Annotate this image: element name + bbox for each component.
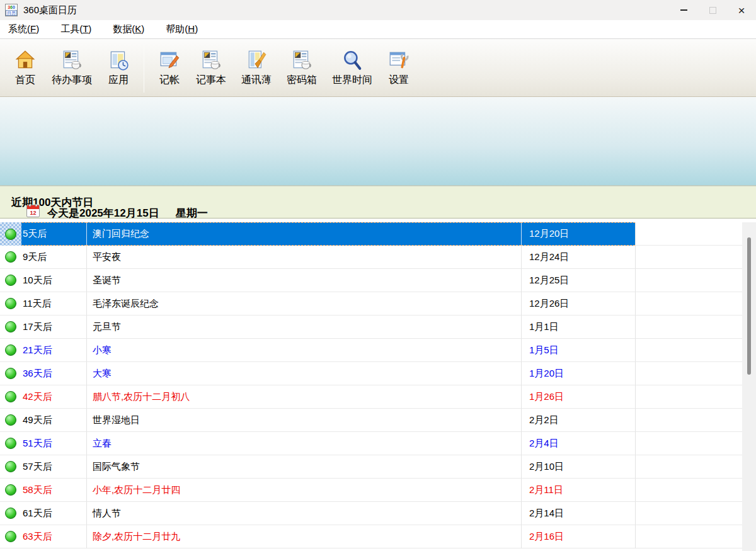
holiday-days-text: 11天后 — [23, 298, 52, 310]
holiday-extra-cell — [635, 362, 742, 385]
holiday-days-text: 49天后 — [23, 414, 52, 426]
holiday-row[interactable]: 63天后 除夕,农历十二月廿九 2月16日 — [0, 525, 742, 548]
holiday-row[interactable]: 58天后 小年,农历十二月廿四 2月11日 — [0, 479, 742, 502]
holiday-name-text: 腊八节,农历十二月初八 — [86, 385, 521, 409]
toolbar-label: 密码箱 — [287, 74, 317, 87]
holiday-name-text: 平安夜 — [86, 246, 521, 269]
holiday-name-text: 小寒 — [86, 339, 521, 362]
holiday-date-text: 1月20日 — [521, 362, 635, 385]
holiday-days-cell: 9天后 — [0, 246, 86, 269]
green-dot-icon — [5, 275, 16, 286]
holiday-row[interactable]: 49天后 世界湿地日 2月2日 — [0, 409, 742, 432]
holiday-days-text: 63天后 — [23, 531, 52, 543]
green-dot-icon — [5, 321, 16, 332]
toolbar-settings-button[interactable]: 设置 — [380, 42, 418, 94]
holiday-days-text: 42天后 — [23, 391, 52, 403]
green-dot-icon — [5, 368, 16, 379]
holiday-extra-cell — [635, 292, 742, 315]
toolbar-apps-button[interactable]: 应用 — [100, 42, 137, 94]
holiday-days-cell: 10天后 — [0, 269, 86, 292]
dot-cell — [0, 362, 21, 385]
toolbar-contacts-button[interactable]: 通讯薄 — [234, 42, 279, 94]
holiday-row[interactable]: 10天后 圣诞节 12月25日 — [0, 269, 742, 292]
toolbar-todo-button[interactable]: 待办事项 — [44, 42, 100, 94]
holiday-name-text: 圣诞节 — [86, 269, 521, 292]
holiday-name-text: 毛泽东诞辰纪念 — [86, 292, 521, 315]
calendar-icon: 12 — [26, 205, 40, 217]
holiday-days-text: 9天后 — [23, 251, 47, 263]
holiday-row[interactable]: 11天后 毛泽东诞辰纪念 12月26日 — [0, 292, 742, 315]
window-controls: × — [669, 0, 756, 20]
holiday-row[interactable]: 61天后 情人节 2月14日 — [0, 502, 742, 525]
dot-cell — [0, 455, 21, 479]
holiday-row[interactable]: 9天后 平安夜 12月24日 — [0, 246, 742, 269]
holiday-days-text: 10天后 — [23, 275, 52, 287]
holiday-days-text: 17天后 — [23, 321, 52, 333]
holiday-date-text: 12月25日 — [521, 269, 635, 292]
toolbar-home-button[interactable]: 首页 — [6, 42, 44, 94]
menu-help[interactable]: 帮助(H) — [159, 21, 205, 38]
menu-system[interactable]: 系统(F) — [1, 21, 46, 38]
home-icon — [14, 49, 37, 72]
holiday-days-text: 58天后 — [23, 484, 52, 496]
holiday-date-text: 12月26日 — [521, 292, 635, 315]
holiday-date-text: 2月2日 — [521, 409, 635, 432]
calendar-icon-day: 12 — [27, 209, 39, 217]
toolbar-label: 记帐 — [159, 74, 180, 87]
green-dot-icon — [5, 391, 16, 402]
minimize-button[interactable] — [669, 0, 698, 20]
apps-icon — [107, 49, 130, 72]
today-date-text: 今天是2025年12月15日 — [47, 207, 159, 219]
toolbar-notepad-button[interactable]: 记事本 — [188, 42, 234, 94]
toolbar-label: 世界时间 — [332, 74, 372, 87]
holiday-days-text: 21天后 — [23, 344, 52, 356]
holiday-extra-cell — [635, 455, 742, 479]
ledger-icon — [158, 49, 181, 72]
holiday-row[interactable]: 17天后 元旦节 1月1日 — [0, 315, 742, 339]
green-dot-icon — [5, 484, 16, 496]
app-window: 360 日历 360桌面日历 × 系统(F) 工具(T) 数据(K) 帮助(H)… — [0, 0, 756, 551]
holiday-row[interactable]: 51天后 立春 2月4日 — [0, 432, 742, 455]
scrollbar-thumb[interactable] — [747, 237, 751, 375]
close-icon: × — [738, 4, 745, 16]
holiday-days-cell: 5天后 — [0, 222, 86, 246]
app-logo-360: 360 — [8, 5, 15, 9]
green-dot-icon — [5, 531, 16, 542]
holiday-days-cell: 57天后 — [0, 455, 86, 479]
holiday-row[interactable]: 21天后 小寒 1月5日 — [0, 339, 742, 362]
holiday-row[interactable]: 36天后 大寒 1月20日 — [0, 362, 742, 385]
dot-cell — [0, 409, 21, 432]
app-logo-calendar-text: 日历 — [6, 10, 17, 16]
green-dot-icon — [5, 508, 16, 519]
info-panel: 12 今天是2025年12月15日星期一 农历十月廿六 珠海 12℃~7℃ 小雨… — [0, 97, 756, 186]
dot-cell — [0, 339, 21, 362]
holiday-days-cell: 11天后 — [0, 292, 86, 315]
close-button[interactable]: × — [727, 0, 756, 20]
holiday-row[interactable]: 5天后 澳门回归纪念 12月20日 — [0, 222, 742, 246]
toolbar-separator — [144, 43, 144, 93]
menu-tools[interactable]: 工具(T) — [54, 21, 98, 38]
toolbar-world-time-button[interactable]: 世界时间 — [324, 42, 380, 94]
green-dot-icon — [5, 414, 16, 426]
holiday-days-text: 5天后 — [23, 228, 47, 240]
holiday-name-text: 元旦节 — [86, 315, 521, 339]
notepad-icon — [200, 49, 222, 72]
toolbar-password-box-button[interactable]: 密码箱 — [279, 42, 324, 94]
holiday-date-text: 2月11日 — [521, 479, 635, 502]
holiday-days-text: 61天后 — [23, 508, 52, 520]
maximize-button[interactable] — [698, 0, 727, 20]
holiday-row[interactable]: 57天后 国际气象节 2月10日 — [0, 455, 742, 479]
green-dot-icon — [5, 438, 16, 449]
menu-data[interactable]: 数据(K) — [106, 21, 151, 38]
green-dot-icon — [5, 298, 16, 309]
vertical-scrollbar[interactable] — [742, 222, 756, 551]
dot-cell — [0, 479, 21, 502]
holiday-name-text: 情人节 — [86, 502, 521, 525]
toolbar-ledger-button[interactable]: 记帐 — [151, 42, 188, 94]
world-time-icon — [341, 49, 364, 72]
today-date-line: 今天是2025年12月15日星期一 — [47, 206, 208, 220]
holiday-row[interactable]: 42天后 腊八节,农历十二月初八 1月26日 — [0, 385, 742, 409]
dot-cell — [0, 246, 21, 269]
holiday-name-text: 立春 — [86, 432, 521, 455]
holiday-days-cell: 17天后 — [0, 315, 86, 339]
